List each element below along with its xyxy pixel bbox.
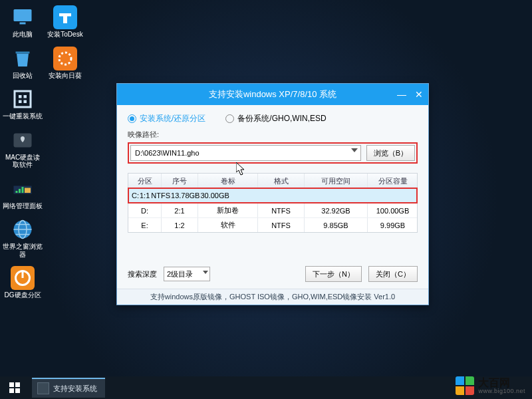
- cell: NTFS: [151, 192, 171, 200]
- desktop: 此电脑 安装ToDesk 回收站 安装向日葵 一键重装系统 MAC硬盘读取软件 …: [7, 5, 81, 299]
- desktop-icon-todesk[interactable]: 安装ToDesk: [49, 5, 81, 39]
- label: 此电脑: [3, 31, 43, 39]
- watermark-url: www.big100.net: [478, 388, 525, 394]
- svg-rect-16: [25, 188, 31, 193]
- network-icon: [11, 177, 35, 201]
- label: 世界之窗浏览器: [3, 243, 43, 258]
- taskbar: 支持安装系统: [0, 376, 532, 399]
- svg-rect-3: [16, 51, 30, 53]
- cell: D:: [128, 203, 162, 217]
- col-volume: 卷标: [198, 174, 258, 188]
- svg-rect-9: [19, 100, 22, 104]
- cell: 100.00GB: [368, 203, 418, 217]
- dialog-title: 支持安装windows XP/7/8/10 系统: [209, 88, 336, 100]
- globe-icon: [11, 217, 35, 241]
- desktop-icon-macdisk[interactable]: MAC硬盘读取软件: [7, 128, 39, 169]
- desktop-icon-browser[interactable]: 世界之窗浏览器: [7, 217, 39, 258]
- table-row[interactable]: D:2:1新加卷NTFS32.92GB100.00GB: [128, 203, 417, 217]
- desktop-icon-this-pc[interactable]: 此电脑: [7, 5, 39, 39]
- svg-rect-14: [19, 189, 21, 193]
- radio-label: 备份系统/GHO,WIN,ESD: [237, 113, 326, 124]
- desktop-icon-oneclick[interactable]: 一键重装系统: [7, 87, 39, 120]
- close-dialog-button[interactable]: 关闭（C）: [368, 266, 418, 282]
- label: 网络管理面板: [3, 202, 43, 210]
- svg-rect-1: [20, 23, 26, 25]
- watermark-name: 大百网: [478, 378, 525, 388]
- svg-rect-8: [24, 95, 27, 98]
- svg-rect-25: [15, 388, 20, 393]
- col-size: 分区容量: [368, 174, 418, 188]
- watermark: 大百网 www.big100.net: [456, 376, 525, 395]
- radio-label: 安装系统/还原分区: [140, 113, 205, 124]
- chevron-down-icon: [351, 148, 358, 152]
- col-format: 格式: [258, 174, 305, 188]
- table-row[interactable]: E:1:2软件NTFS9.85GB9.99GB: [128, 217, 417, 232]
- depth-label: 搜索深度: [128, 269, 157, 279]
- svg-rect-15: [22, 187, 24, 193]
- todesk-icon: [53, 5, 77, 29]
- cell: 30.00GB: [200, 192, 229, 200]
- titlebar[interactable]: 支持安装windows XP/7/8/10 系统 — ✕: [117, 84, 428, 105]
- path-label: 映像路径:: [128, 130, 418, 140]
- label: 安装ToDesk: [45, 31, 85, 39]
- radio-backup[interactable]: 备份系统/GHO,WIN,ESD: [225, 113, 326, 124]
- desktop-icon-dgpart[interactable]: DG硬盘分区: [7, 266, 39, 299]
- taskbar-item-installer[interactable]: 支持安装系统: [32, 378, 105, 398]
- sunflower-icon: [53, 47, 77, 70]
- taskbar-item-label: 支持安装系统: [53, 384, 97, 394]
- next-button[interactable]: 下一步（N）: [305, 266, 362, 282]
- trash-icon: [11, 47, 35, 70]
- desktop-icon-recycle-bin[interactable]: 回收站: [7, 47, 39, 80]
- desktop-icon-sunflower[interactable]: 安装向日葵: [49, 47, 81, 80]
- svg-rect-10: [24, 100, 27, 104]
- mac-disk-icon: [11, 128, 35, 152]
- radio-on-icon: [128, 114, 136, 123]
- reinstall-icon: [11, 87, 35, 111]
- label: 一键重装系统: [3, 112, 43, 120]
- cell: C:: [132, 192, 140, 200]
- cell: 1:2: [162, 218, 198, 232]
- cell: 1:1: [140, 192, 150, 200]
- depth-select[interactable]: 2级目录: [164, 267, 210, 281]
- label: 安装向日葵: [45, 72, 85, 80]
- start-button[interactable]: [0, 376, 29, 399]
- dialog-footer: 支持windows原版镜像，GHOST ISO镜像，GHO,WIM,ESD镜像安…: [117, 289, 428, 305]
- windows-icon: [9, 382, 20, 393]
- cell: E:: [128, 218, 162, 232]
- label: 回收站: [3, 72, 43, 80]
- desktop-icon-netmgr[interactable]: 网络管理面板: [7, 177, 39, 210]
- svg-rect-13: [16, 191, 18, 193]
- browse-button[interactable]: 浏览（B）: [366, 145, 415, 161]
- install-dialog: 支持安装windows XP/7/8/10 系统 — ✕ 安装系统/还原分区 备…: [116, 83, 429, 305]
- watermark-logo-icon: [456, 376, 474, 395]
- path-row-highlight: D:\0623\WIN11.gho 浏览（B）: [128, 142, 418, 164]
- partition-icon: [11, 266, 35, 290]
- chevron-down-icon: [203, 271, 208, 274]
- cell: 9.85GB: [305, 218, 368, 232]
- table-row[interactable]: C:1:1NTFS13.78GB30.00GB: [128, 188, 417, 203]
- path-value: D:\0623\WIN11.gho: [135, 149, 200, 157]
- table-header: 分区 序号 卷标 格式 可用空间 分区容量: [128, 174, 417, 188]
- path-select[interactable]: D:\0623\WIN11.gho: [130, 145, 361, 161]
- svg-rect-21: [22, 271, 24, 279]
- radio-off-icon: [225, 114, 234, 123]
- svg-rect-22: [9, 382, 14, 387]
- svg-rect-7: [19, 95, 22, 98]
- col-index: 序号: [162, 174, 198, 188]
- monitor-icon: [11, 5, 35, 29]
- app-icon: [37, 382, 49, 394]
- col-drive: 分区: [128, 174, 162, 188]
- cell: 2:1: [162, 203, 198, 217]
- svg-rect-24: [9, 388, 14, 393]
- svg-rect-6: [15, 91, 31, 107]
- svg-rect-23: [15, 382, 20, 387]
- close-button[interactable]: ✕: [412, 88, 426, 101]
- cell: NTFS: [258, 203, 305, 217]
- svg-rect-4: [53, 47, 77, 70]
- label: DG硬盘分区: [3, 291, 43, 299]
- minimize-button[interactable]: —: [395, 88, 408, 101]
- cell: 13.78GB: [171, 192, 200, 200]
- radio-install[interactable]: 安装系统/还原分区: [128, 113, 205, 124]
- cell: NTFS: [258, 218, 305, 232]
- cell: 软件: [198, 218, 258, 232]
